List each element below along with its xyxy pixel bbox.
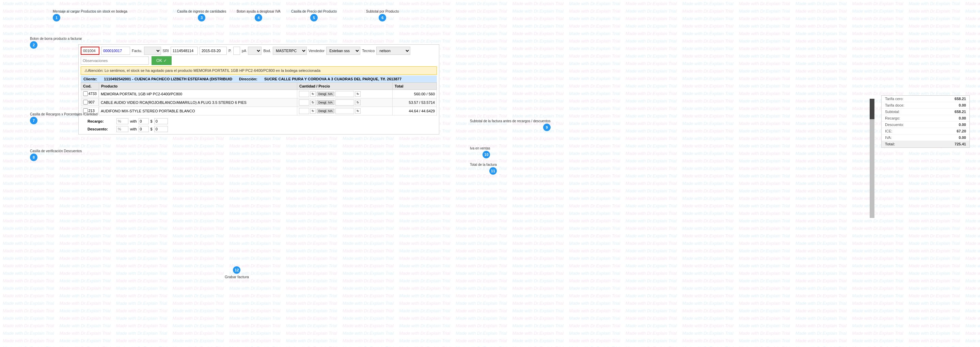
- annotation-10: Iva en ventas 10: [470, 146, 490, 158]
- annotation-bubble-9: 9: [543, 124, 550, 131]
- delete-checkbox-2[interactable]: [83, 100, 88, 105]
- price-input-3[interactable]: 44.64: [336, 108, 354, 114]
- descuento-label: Descuento:: [88, 127, 115, 131]
- qty-input-3[interactable]: 1: [299, 108, 309, 114]
- client-label: Cliente:: [83, 77, 97, 81]
- sri-input[interactable]: [170, 47, 198, 55]
- annotation-9: Subtotal de la factura antes de recargos…: [470, 119, 550, 131]
- vendedor-select[interactable]: Esteban sss: [326, 47, 360, 55]
- recargo-with-label: with: [130, 119, 137, 123]
- ice-label: ICE:: [885, 129, 892, 133]
- subtotal-value: 658.21: [955, 110, 966, 114]
- annotation-1: Mensaje al cargar Productos sin stock en…: [53, 10, 127, 21]
- product-table: Cod. Producto Cantidad / Precio Total 47…: [81, 83, 437, 115]
- tarifa-doce-label: Tarifa doce:: [885, 103, 904, 107]
- iva-value: 0.00: [959, 135, 966, 140]
- bod-select[interactable]: MASTERPC: [273, 47, 307, 55]
- annotation-bubble-3: 3: [198, 14, 205, 21]
- tarifa-doce-value: 0.00: [959, 103, 966, 107]
- cod-2: 907: [89, 100, 95, 104]
- annotation-bubble-4: 4: [255, 14, 262, 21]
- annotation-11: Total de la factura 11: [470, 163, 497, 175]
- annotation-6: Subtotal por Producto 6: [366, 10, 399, 21]
- pa-label: pA: [242, 49, 246, 53]
- price-refresh-1[interactable]: ↻: [355, 91, 361, 97]
- descuento-dollar-value[interactable]: [154, 126, 168, 132]
- tecnico-select[interactable]: nelson: [376, 47, 410, 55]
- bod-label: Bod.: [263, 49, 271, 53]
- col-qty-price: Cantidad / Precio: [297, 83, 393, 90]
- tarifa-cero-label: Tarifa cero:: [885, 97, 904, 101]
- table-row: 213 AUDIFONO MIX-STYLE STEREO PORTABLE B…: [81, 107, 437, 115]
- qty-refresh-1[interactable]: ↻: [310, 91, 316, 97]
- vendedor-label: Vendedor: [309, 49, 325, 53]
- annotation-bubble-7: 7: [30, 117, 37, 124]
- product-name-2: CABLE AUDIO VIDEO RCA(ROJO/BLANCO/AMARIL…: [99, 99, 297, 107]
- grabar-annotation: 12 Grabar factura: [225, 266, 249, 279]
- descuento-with-label: with: [130, 127, 137, 131]
- descuento-pct-value[interactable]: [138, 126, 149, 132]
- recargo-dollar-value[interactable]: [154, 118, 168, 124]
- totals-panel: Tarifa cero: 658.21 Tarifa doce: 0.00 Su…: [881, 96, 970, 148]
- price-refresh-3[interactable]: ↻: [355, 108, 361, 114]
- annotation-2: Boton de borra producto a facturar 2: [30, 37, 82, 49]
- recargo-row: Recargo: with $: [88, 118, 437, 124]
- col-cod: Cod.: [81, 83, 99, 90]
- qty-refresh-3[interactable]: ↻: [310, 108, 316, 114]
- price-input-1[interactable]: 560.00: [336, 91, 354, 97]
- product-name-3: AUDIFONO MIX-STYLE STEREO PORTABLE BLANC…: [99, 107, 297, 115]
- recargo-total-label: Recargo:: [885, 116, 900, 120]
- price-refresh-2[interactable]: ↻: [355, 100, 361, 105]
- recargo-pct-input[interactable]: [116, 118, 128, 124]
- ok-button[interactable]: OK ✓: [151, 56, 172, 65]
- factu-select[interactable]: [144, 47, 161, 55]
- recargo-pct-value[interactable]: [138, 118, 149, 124]
- qty-input-1[interactable]: 1: [299, 91, 309, 97]
- totals-ice-row: ICE: 67.20: [881, 128, 969, 135]
- annotation-bubble-2: 2: [30, 41, 37, 49]
- form-id2-input[interactable]: [101, 47, 130, 55]
- cod-1: 4733: [89, 92, 97, 96]
- form-container: Factu. SRI P. pA Bod. MASTERPC Vendedor …: [78, 44, 439, 135]
- annotation-bubble-8: 8: [30, 154, 37, 161]
- total-2: 53.57 / 53.5714: [393, 99, 437, 107]
- qty-refresh-2[interactable]: ↻: [310, 100, 316, 105]
- descuento-row: Descuento: with $: [88, 126, 437, 132]
- totals-subtotal-row: Subtotal: 658.21: [881, 109, 969, 115]
- subtotal-label: Subtotal:: [885, 110, 900, 114]
- p-input[interactable]: [233, 47, 240, 55]
- dir-label: Dirección:: [239, 77, 258, 81]
- desgl-btn-3[interactable]: Desgl. IVA: [317, 109, 334, 113]
- form-id1-input[interactable]: [81, 47, 99, 55]
- date-input[interactable]: [200, 47, 227, 55]
- observations-input[interactable]: [81, 57, 149, 65]
- form-row-1: Factu. SRI P. pA Bod. MASTERPC Vendedor …: [81, 47, 437, 55]
- col-producto: Producto: [99, 83, 297, 90]
- annotation-bubble-5: 5: [310, 14, 318, 21]
- delete-checkbox-1[interactable]: [83, 91, 88, 96]
- sri-label: SRI: [163, 49, 169, 53]
- annotation-bubble-1: 1: [53, 14, 60, 21]
- totals-tarifa-cero-row: Tarifa cero: 658.21: [881, 96, 969, 102]
- annotation-7: Casilla de Recargos x Porcentajes /Canti…: [30, 112, 97, 124]
- price-input-2[interactable]: 53.57: [336, 99, 354, 105]
- total-1: 560.00 / 560: [393, 90, 437, 99]
- descuento-pct-input[interactable]: [116, 126, 128, 132]
- totals-tarifa-doce-row: Tarifa doce: 0.00: [881, 102, 969, 109]
- annotation-5: Casilla de Precio del Producto 5: [291, 10, 337, 21]
- descuento-total-label: Descuento:: [885, 123, 904, 127]
- recargo-total-value: 0.00: [959, 116, 966, 120]
- pa-select[interactable]: [248, 47, 261, 55]
- qty-input-2[interactable]: 1: [299, 99, 309, 105]
- alert-banner: ⚠Atención: Lo sentimos, el stock se ha a…: [81, 67, 437, 75]
- ice-value: 67.20: [956, 129, 966, 133]
- desgl-btn-2[interactable]: Desgl. IVA: [317, 100, 334, 105]
- grabar-label: Grabar factura: [225, 275, 249, 279]
- desgl-btn-1[interactable]: Desgl. IVA: [317, 92, 334, 96]
- scrollbar-thumb[interactable]: [870, 99, 875, 119]
- annotation-bubble-10: 10: [482, 151, 490, 158]
- scrollbar-track[interactable]: [870, 99, 875, 218]
- cod-3: 213: [89, 109, 95, 113]
- totals-recargo-row: Recargo: 0.00: [881, 115, 969, 122]
- totals-total-row: Total: 725.41: [881, 141, 969, 148]
